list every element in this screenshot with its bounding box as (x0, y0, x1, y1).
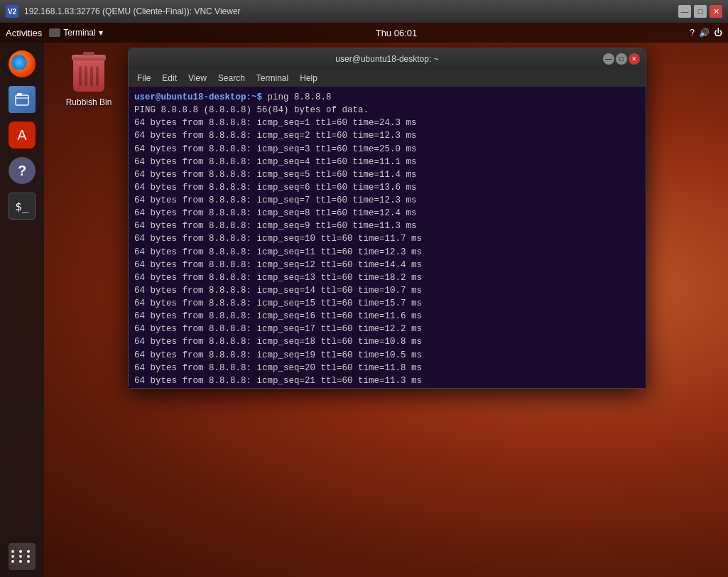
bin-body (73, 60, 104, 92)
sidebar-item-filemanager[interactable] (6, 84, 38, 115)
terminal-window: user@ubuntu18-desktop: ~ — □ ✕ File Edit… (128, 48, 646, 389)
terminal-output-line: PING 8.8.8.8 (8.8.8.8) 56(84) bytes of d… (134, 104, 640, 117)
bin-stripe-2 (85, 66, 87, 86)
terminal-output-line: 64 bytes from 8.8.8.8: icmp_seq=14 ttl=6… (134, 284, 640, 297)
terminal-menu-terminal[interactable]: Terminal (252, 72, 293, 85)
terminal-output-line: 64 bytes from 8.8.8.8: icmp_seq=1 ttl=60… (134, 117, 640, 129)
terminal-output-line: 64 bytes from 8.8.8.8: icmp_seq=6 ttl=60… (134, 181, 640, 194)
firefox-icon (9, 50, 36, 77)
volume-icon[interactable]: 🔊 (699, 28, 710, 38)
terminal-menu-help[interactable]: Help (295, 72, 322, 85)
sidebar-item-terminal[interactable]: $_ (6, 190, 38, 222)
terminal-output-line: 64 bytes from 8.8.8.8: icmp_seq=21 ttl=6… (134, 374, 640, 387)
vnc-close-button[interactable]: ✕ (710, 5, 722, 18)
terminal-titlebar: user@ubuntu18-desktop: ~ — □ ✕ (129, 48, 646, 70)
ubuntu-desktop: Activities Terminal ▾ Thu 06:01 ? 🔊 ⏻ (0, 23, 728, 577)
bin-stripe-1 (79, 66, 82, 86)
svg-rect-0 (16, 95, 28, 105)
topbar-terminal[interactable]: Terminal ▾ (49, 28, 102, 38)
terminal-output-line: 64 bytes from 8.8.8.8: icmp_seq=12 ttl=6… (134, 259, 640, 271)
terminal-output-line: 64 bytes from 8.8.8.8: icmp_seq=9 ttl=60… (134, 220, 640, 232)
appstore-icon: A (9, 122, 36, 149)
terminal-sidebar-icon: $_ (9, 193, 36, 220)
vnc-window: V2 192.168.1.83:32776 (QEMU (Cliente-Fin… (0, 0, 728, 577)
terminal-menu-search[interactable]: Search (214, 72, 249, 85)
topbar-terminal-arrow: ▾ (99, 28, 103, 38)
terminal-output-line: 64 bytes from 8.8.8.8: icmp_seq=4 ttl=60… (134, 156, 640, 168)
terminal-output-line: 64 bytes from 8.8.8.8: icmp_seq=18 ttl=6… (134, 335, 640, 348)
terminal-output-line: 64 bytes from 8.8.8.8: icmp_seq=13 ttl=6… (134, 271, 640, 284)
terminal-output-line: 64 bytes from 8.8.8.8: icmp_seq=19 ttl=6… (134, 349, 640, 362)
filemanager-icon (9, 86, 36, 113)
terminal-output: PING 8.8.8.8 (8.8.8.8) 56(84) bytes of d… (134, 104, 640, 387)
vnc-maximize-button[interactable]: □ (694, 5, 707, 18)
terminal-output-line: 64 bytes from 8.8.8.8: icmp_seq=16 ttl=6… (134, 310, 640, 323)
topbar-right-controls: ? 🔊 ⏻ (690, 28, 722, 38)
rubbish-bin-label: Rubbish Bin (66, 97, 112, 107)
terminal-output-line: 64 bytes from 8.8.8.8: icmp_seq=3 ttl=60… (134, 143, 640, 156)
terminal-output-line: 64 bytes from 8.8.8.8: icmp_seq=7 ttl=60… (134, 194, 640, 207)
show-applications-button[interactable] (9, 543, 36, 570)
terminal-output-line: 64 bytes from 8.8.8.8: icmp_seq=2 ttl=60… (134, 129, 640, 142)
sidebar-item-firefox[interactable] (6, 48, 38, 80)
ubuntu-sidebar: A ? $_ (0, 43, 44, 577)
terminal-menu-view[interactable]: View (184, 72, 211, 85)
terminal-output-line: 64 bytes from 8.8.8.8: icmp_seq=8 ttl=60… (134, 207, 640, 220)
vnc-titlebar: V2 192.168.1.83:32776 (QEMU (Cliente-Fin… (0, 0, 728, 23)
terminal-output-line: 64 bytes from 8.8.8.8: icmp_seq=11 ttl=6… (134, 246, 640, 259)
terminal-prompt: user@ubuntu18-desktop:~$ (134, 92, 262, 102)
sidebar-item-appstore[interactable]: A (6, 119, 38, 151)
terminal-output-line: 64 bytes from 8.8.8.8: icmp_seq=17 ttl=6… (134, 323, 640, 335)
terminal-menubar: File Edit View Search Terminal Help (129, 70, 646, 87)
terminal-output-line: 64 bytes from 8.8.8.8: icmp_seq=5 ttl=60… (134, 168, 640, 181)
topbar-clock: Thu 06:01 (110, 28, 683, 38)
bin-stripe-3 (90, 66, 93, 86)
help-icon: ? (9, 157, 36, 184)
rubbish-bin-icon[interactable]: Rubbish Bin (60, 55, 117, 107)
svg-rect-1 (17, 93, 22, 96)
terminal-output-line: 64 bytes from 8.8.8.8: icmp_seq=20 ttl=6… (134, 362, 640, 374)
topbar-terminal-label: Terminal (63, 28, 95, 38)
bin-stripe-4 (96, 66, 99, 86)
sidebar-item-help[interactable]: ? (6, 155, 38, 186)
help-topbar-icon[interactable]: ? (690, 28, 695, 38)
terminal-body[interactable]: user@ubuntu18-desktop:~$ ping 8.8.8.8 PI… (129, 87, 646, 388)
power-icon[interactable]: ⏻ (714, 28, 722, 38)
vnc-minimize-button[interactable]: — (678, 5, 691, 18)
activities-button[interactable]: Activities (6, 28, 42, 38)
ubuntu-topbar: Activities Terminal ▾ Thu 06:01 ? 🔊 ⏻ (0, 23, 728, 43)
bin-lid (72, 55, 106, 60)
terminal-command: ping 8.8.8.8 (262, 92, 332, 102)
apps-grid-icon (11, 550, 33, 563)
vnc-icon: V2 (6, 5, 18, 18)
bin-image (70, 55, 107, 95)
terminal-output-line: 64 bytes from 8.8.8.8: icmp_seq=10 ttl=6… (134, 232, 640, 245)
vnc-controls: — □ ✕ (678, 5, 722, 18)
terminal-window-controls: — □ ✕ (603, 53, 640, 65)
terminal-maximize-button[interactable]: □ (616, 53, 627, 65)
vnc-title: 192.168.1.83:32776 (QEMU (Cliente-Final)… (24, 6, 673, 16)
terminal-menu-file[interactable]: File (133, 72, 155, 85)
terminal-menu-edit[interactable]: Edit (158, 72, 181, 85)
terminal-close-button[interactable]: ✕ (629, 53, 640, 65)
terminal-cursor-line (134, 387, 640, 388)
terminal-taskbar-icon (49, 28, 60, 37)
terminal-minimize-button[interactable]: — (603, 53, 614, 65)
terminal-prompt-line: user@ubuntu18-desktop:~$ ping 8.8.8.8 (134, 91, 640, 104)
terminal-title: user@ubuntu18-desktop: ~ (134, 54, 640, 64)
terminal-output-line: 64 bytes from 8.8.8.8: icmp_seq=15 ttl=6… (134, 297, 640, 310)
